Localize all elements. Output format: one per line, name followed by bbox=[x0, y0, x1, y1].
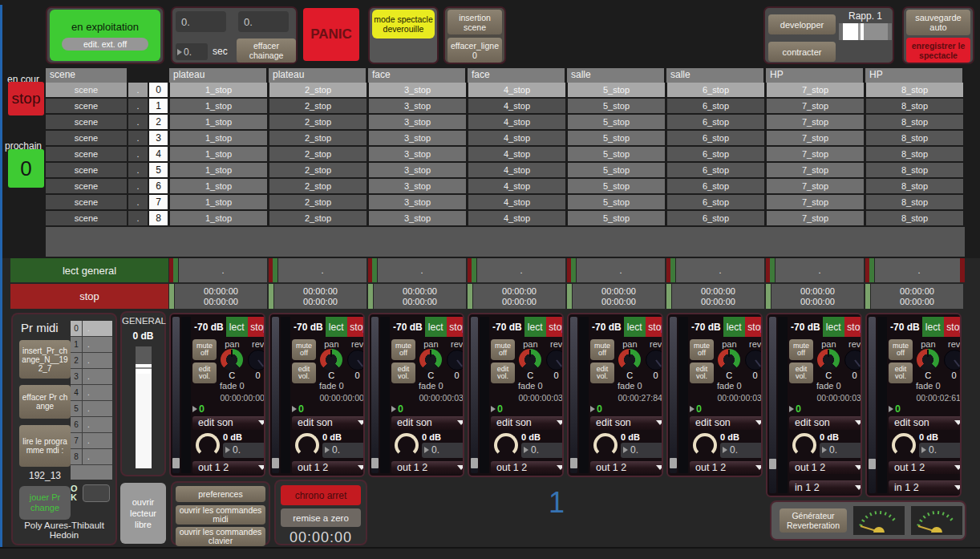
scene-name-cell[interactable]: scene bbox=[46, 147, 127, 161]
gain-field[interactable]: 0. bbox=[422, 443, 464, 458]
stop-cell[interactable]: 8_stop bbox=[866, 195, 963, 209]
stop-cell[interactable]: 1_stop bbox=[170, 99, 267, 113]
gain-field[interactable]: 0. bbox=[919, 443, 962, 458]
out-dropdown[interactable]: out 1 2 bbox=[789, 461, 862, 475]
stop-cell[interactable]: 2_stop bbox=[269, 211, 366, 225]
stop-cell[interactable]: 4_stop bbox=[468, 179, 565, 193]
stop-button[interactable]: stop bbox=[248, 317, 265, 337]
cue-indicator[interactable]: 0 bbox=[491, 403, 564, 415]
ouvrir-lecteur-libre-button[interactable]: ouvrir lecteur libre bbox=[120, 483, 166, 544]
stop-cell[interactable]: 5_stop bbox=[568, 211, 665, 225]
fader-handle[interactable] bbox=[172, 458, 180, 468]
stop-cell[interactable]: 8_stop bbox=[866, 211, 963, 225]
stop-cell[interactable]: 1_stop bbox=[170, 147, 267, 161]
edit-vol-button[interactable]: edit vol. bbox=[491, 363, 515, 383]
cue-indicator[interactable]: 0 bbox=[889, 403, 962, 415]
preferences-button[interactable]: preferences bbox=[176, 486, 265, 502]
panic-button[interactable]: PANIC bbox=[303, 8, 359, 61]
stop-cell[interactable]: 5_stop bbox=[568, 179, 665, 193]
stop-cell[interactable]: 2_stop bbox=[269, 147, 366, 161]
stop-cell[interactable]: 3_stop bbox=[369, 195, 466, 209]
rev-knob[interactable] bbox=[944, 350, 962, 371]
fader-handle[interactable] bbox=[769, 459, 776, 469]
pr-midi-row[interactable]: 4. bbox=[71, 385, 112, 401]
stop-cell[interactable]: 7_stop bbox=[767, 131, 864, 145]
stop-cell[interactable]: 6_stop bbox=[667, 195, 764, 209]
pr-midi-row[interactable]: 5. bbox=[71, 401, 112, 417]
edit-vol-button[interactable]: edit vol. bbox=[391, 363, 415, 383]
rev-knob[interactable] bbox=[844, 350, 862, 371]
stop-button[interactable]: stop bbox=[844, 317, 862, 337]
lect-button[interactable]: lect bbox=[226, 317, 248, 337]
edit-vol-button[interactable]: edit vol. bbox=[590, 363, 614, 383]
stop-cell[interactable]: 4_stop bbox=[468, 195, 565, 209]
fader-handle[interactable] bbox=[670, 458, 677, 468]
fader-handle[interactable] bbox=[570, 458, 577, 468]
stop-cell[interactable]: 7_stop bbox=[767, 147, 864, 161]
out-dropdown[interactable]: out 1 2 bbox=[192, 461, 265, 475]
edit-son-dropdown[interactable]: edit son bbox=[889, 416, 962, 430]
out-dropdown[interactable]: out 1 2 bbox=[292, 461, 365, 475]
effacer-ligne-button[interactable]: effacer_ligne 0 bbox=[447, 38, 502, 63]
gain-field[interactable]: 0. bbox=[521, 443, 564, 458]
edit-vol-button[interactable]: edit vol. bbox=[889, 363, 913, 383]
rapp-slider[interactable] bbox=[839, 23, 892, 40]
wait-field-1[interactable]: 0. bbox=[176, 11, 226, 32]
general-fader[interactable] bbox=[136, 346, 152, 468]
pan-knob[interactable] bbox=[718, 349, 740, 371]
pr-midi-row[interactable]: 1. bbox=[71, 337, 112, 353]
out-dropdown[interactable]: out 1 2 bbox=[491, 461, 564, 475]
edit-son-dropdown[interactable]: edit son bbox=[590, 416, 663, 430]
stop-cell[interactable]: 1_stop bbox=[170, 83, 267, 97]
stop-cell[interactable]: 4_stop bbox=[468, 147, 565, 161]
channel-marker[interactable]: . bbox=[378, 258, 466, 282]
lect-button[interactable]: lect bbox=[823, 317, 844, 337]
stop-cell[interactable]: 2_stop bbox=[269, 99, 366, 113]
stop-cell[interactable]: 5_stop bbox=[568, 163, 665, 177]
fader-track[interactable] bbox=[272, 317, 279, 473]
pr-midi-row[interactable]: 8. bbox=[71, 449, 112, 465]
stop-cell[interactable]: 8_stop bbox=[866, 131, 963, 145]
lect-button[interactable]: lect bbox=[326, 317, 347, 337]
commandes-midi-button[interactable]: ouvrir les commandes midi bbox=[176, 505, 265, 525]
scene-dot-cell[interactable]: . bbox=[128, 83, 148, 97]
stop-cell[interactable]: 6_stop bbox=[667, 147, 764, 161]
stop-button[interactable]: stop bbox=[944, 317, 962, 337]
edit-vol-button[interactable]: edit vol. bbox=[690, 363, 714, 383]
channel-marker[interactable]: . bbox=[577, 258, 665, 282]
stop-cell[interactable]: 7_stop bbox=[767, 99, 864, 113]
cue-indicator[interactable]: 0 bbox=[292, 403, 365, 415]
stop-cell[interactable]: 8_stop bbox=[866, 99, 963, 113]
stop-cell[interactable]: 6_stop bbox=[667, 179, 764, 193]
stop-cell[interactable]: 6_stop bbox=[667, 131, 764, 145]
fader-track[interactable] bbox=[769, 317, 776, 493]
stop-cell[interactable]: 6_stop bbox=[667, 83, 764, 97]
channel-marker[interactable]: . bbox=[477, 258, 565, 282]
stop-cell[interactable]: 6_stop bbox=[667, 99, 764, 113]
edit-vol-button[interactable]: edit vol. bbox=[192, 363, 217, 383]
scene-name-cell[interactable]: scene bbox=[46, 195, 127, 209]
rev-knob[interactable] bbox=[347, 350, 365, 371]
gain-knob[interactable] bbox=[792, 433, 816, 457]
insertion-scene-button[interactable]: insertion scene bbox=[447, 10, 502, 34]
stop-cell[interactable]: 1_stop bbox=[170, 131, 267, 145]
pr-midi-row[interactable]: 7. bbox=[71, 433, 112, 449]
gain-knob[interactable] bbox=[395, 433, 419, 457]
general-fader-handle[interactable] bbox=[136, 364, 152, 374]
stop-cell[interactable]: 3_stop bbox=[369, 211, 466, 225]
stop-button[interactable]: stop bbox=[745, 317, 763, 337]
stop-cell[interactable]: 2_stop bbox=[269, 179, 366, 193]
pan-knob[interactable] bbox=[221, 349, 243, 371]
channel-marker[interactable]: . bbox=[875, 258, 963, 282]
generateur-reverberation-button[interactable]: Générateur Reverberation bbox=[780, 508, 847, 533]
scene-name-cell[interactable]: scene bbox=[46, 99, 127, 113]
stop-cell[interactable]: 5_stop bbox=[568, 147, 665, 161]
effacer-chainage-button[interactable]: effacer chainage bbox=[237, 38, 296, 63]
scene-dot-cell[interactable]: . bbox=[128, 195, 148, 209]
scene-name-cell[interactable]: scene bbox=[46, 211, 127, 225]
out-dropdown[interactable]: out 1 2 bbox=[690, 461, 763, 475]
fader-track[interactable] bbox=[570, 317, 577, 473]
gain-knob[interactable] bbox=[593, 433, 618, 457]
scene-name-cell[interactable]: scene bbox=[46, 115, 127, 129]
stop-cell[interactable]: 6_stop bbox=[667, 211, 764, 225]
